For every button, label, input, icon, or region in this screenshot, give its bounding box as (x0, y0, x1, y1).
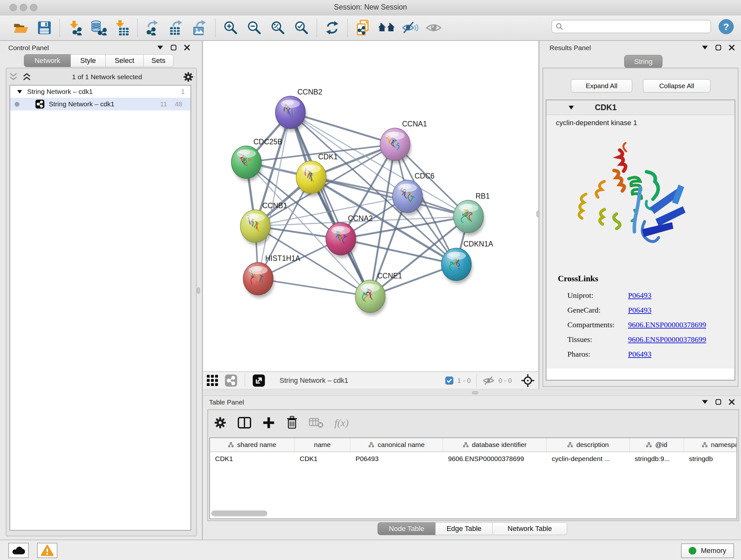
column-header--id[interactable]: @id (630, 438, 684, 451)
crosslink-link[interactable]: P06493 (628, 350, 651, 359)
node-entry-header[interactable]: CDK1 (546, 100, 735, 115)
create-column-plus-icon[interactable] (262, 416, 275, 429)
panel-float-icon[interactable] (716, 399, 721, 405)
delete-columns-trash-icon[interactable] (286, 416, 298, 429)
zoom-fit-button[interactable] (266, 18, 290, 37)
import-network-file-button[interactable] (63, 18, 87, 37)
tab-sets[interactable]: Sets (143, 54, 174, 67)
save-session-button[interactable] (32, 18, 56, 37)
network-node-cdk1[interactable] (296, 161, 327, 196)
table-cell[interactable]: P06493 (350, 455, 443, 462)
zoom-selected-button[interactable] (290, 18, 313, 37)
panel-float-icon[interactable] (171, 45, 177, 51)
tab-network-table[interactable]: Network Table (492, 522, 567, 535)
hide-selected-button[interactable] (398, 18, 422, 37)
crosshair-navigate-icon[interactable] (521, 374, 535, 388)
column-header-namespace[interactable]: namespace (684, 438, 737, 451)
tree-expand-caret-icon[interactable] (17, 90, 22, 94)
tab-edge-table[interactable]: Edge Table (435, 522, 493, 535)
selected-checkbox-icon[interactable] (445, 376, 454, 385)
string-view-button[interactable] (222, 371, 240, 390)
network-edge-ccna2-cdkn1a[interactable] (341, 239, 456, 264)
network-node-ccnb1[interactable] (240, 210, 271, 245)
export-image-button[interactable] (188, 18, 212, 37)
show-all-button[interactable] (422, 18, 446, 37)
toolbar-separator (317, 19, 317, 37)
refresh-view-button[interactable] (320, 18, 344, 37)
panel-menu-icon[interactable] (157, 46, 163, 50)
delete-table-icon[interactable] (309, 417, 324, 429)
tab-select[interactable]: Select (105, 54, 144, 67)
network-node-hist1h1a[interactable] (243, 262, 274, 298)
table-cell[interactable]: stringdb (684, 455, 737, 462)
horizontal-splitter-handle[interactable] (472, 391, 478, 394)
crosslink-link[interactable]: 9606.ENSP00000378699 (628, 335, 706, 344)
import-table-file-button[interactable] (111, 18, 134, 37)
help-button[interactable]: ? (719, 19, 734, 34)
tab-style[interactable]: Style (71, 54, 106, 67)
zoom-out-button[interactable] (243, 18, 266, 37)
table-cell[interactable]: cyclin-dependent ... (547, 455, 630, 462)
table-row[interactable]: CDK1CDK1P064939606.ENSP00000378699cyclin… (210, 452, 737, 465)
collapse-all-button[interactable]: Collapse All (643, 79, 711, 92)
table-cell[interactable]: 9606.ENSP00000378699 (443, 455, 547, 462)
column-header-shared-name[interactable]: shared name (210, 438, 294, 451)
open-in-window-button[interactable] (250, 371, 268, 390)
network-canvas[interactable]: CCNB2CCNA1CDC25BCDK1CDC6RB1CCNB1CCNA2CDK… (203, 41, 538, 371)
expand-all-button[interactable]: Expand All (571, 79, 632, 92)
network-node-ccna1[interactable] (380, 128, 411, 164)
column-header-description[interactable]: description (547, 438, 630, 451)
column-header-database-identifier[interactable]: database identifier (443, 438, 547, 451)
horizontal-splitter[interactable] (203, 389, 741, 396)
panel-float-icon[interactable] (716, 45, 721, 51)
panel-close-icon[interactable] (184, 45, 190, 51)
panel-menu-icon[interactable] (702, 400, 708, 404)
crosslink-link[interactable]: 9606.ENSP00000378699 (628, 320, 706, 329)
network-node-cdkn1a[interactable] (441, 248, 472, 284)
table-cell[interactable]: CDK1 (294, 455, 350, 462)
network-edge-ccne1-hist1h1a[interactable] (258, 279, 370, 296)
tab-node-table[interactable]: Node Table (378, 522, 435, 535)
network-node-rb1[interactable] (454, 200, 484, 236)
column-header-canonical-name[interactable]: canonical name (350, 438, 443, 451)
network-row-selected[interactable]: String Network – cdk1 1148 (10, 98, 191, 111)
network-node-ccnb2[interactable] (275, 96, 307, 132)
entry-collapse-caret-icon[interactable] (569, 106, 574, 110)
memory-button[interactable]: Memory (681, 543, 734, 558)
new-network-from-selection-button[interactable] (351, 18, 375, 37)
panel-close-icon[interactable] (729, 45, 735, 51)
expand-all-icon[interactable] (22, 73, 31, 81)
network-node-cdc25b[interactable] (231, 146, 262, 181)
first-neighbors-button[interactable] (375, 18, 398, 37)
network-options-gear-icon[interactable] (183, 71, 194, 82)
panel-close-icon[interactable] (729, 399, 735, 405)
show-columns-icon[interactable] (238, 416, 252, 429)
crosslink-link[interactable]: P06493 (628, 291, 651, 300)
table-cell[interactable]: CDK1 (210, 455, 294, 462)
vertical-splitter-handle[interactable] (197, 287, 200, 294)
import-network-database-button[interactable] (87, 18, 111, 37)
warnings-button[interactable] (37, 543, 57, 558)
export-table-button[interactable] (165, 18, 188, 37)
cloud-status-button[interactable] (8, 543, 29, 558)
zoom-in-button[interactable] (219, 18, 243, 37)
column-header-name[interactable]: name (294, 438, 350, 451)
open-session-button[interactable] (9, 18, 32, 37)
collapse-all-icon[interactable] (9, 73, 18, 81)
export-network-button[interactable] (141, 18, 165, 37)
vertical-splitter-handle[interactable] (536, 211, 540, 217)
search-box[interactable] (551, 20, 711, 33)
search-input[interactable] (563, 23, 707, 30)
hierarchy-icon (567, 442, 573, 448)
birds-eye-view-button[interactable] (203, 371, 222, 390)
network-node-ccne1[interactable] (355, 280, 386, 315)
table-cell[interactable]: stringdb:9... (630, 455, 684, 462)
table-options-gear-icon[interactable] (214, 416, 226, 429)
network-collection-row[interactable]: String Network – cdk1 1 (10, 85, 191, 98)
panel-menu-icon[interactable] (702, 46, 708, 50)
function-builder-icon[interactable]: f(x) (334, 417, 348, 429)
crosslink-link[interactable]: P06493 (628, 306, 651, 314)
tab-network[interactable]: Network (24, 54, 71, 67)
results-tab-string[interactable]: String (624, 55, 663, 68)
table-horizontal-scrollbar[interactable] (211, 510, 267, 516)
